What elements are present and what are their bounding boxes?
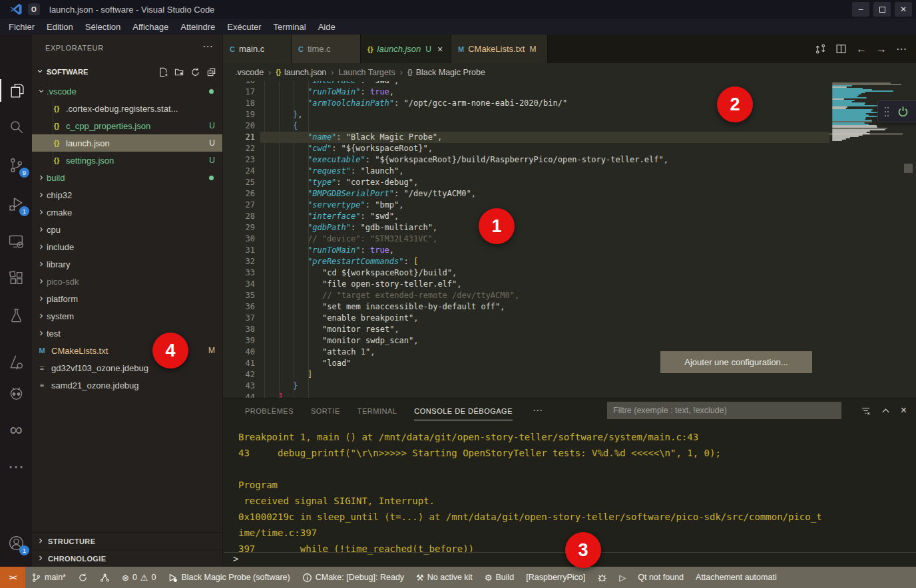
code-editor[interactable]: 16"interface": "swd",17"runToMain": true… <box>223 81 916 398</box>
new-folder-icon[interactable] <box>174 67 184 77</box>
statusbar-git-graph[interactable] <box>94 567 116 588</box>
statusbar-problems[interactable]: ⊗0⚠0 <box>116 567 162 588</box>
activity-more-views[interactable]: ⋯ <box>0 456 32 478</box>
tree-item-cmake[interactable]: cmake <box>32 204 223 221</box>
power-button[interactable] <box>894 103 912 120</box>
panel-tab-console-de-débogage[interactable]: CONSOLE DE DÉBOGAGE <box>414 401 513 420</box>
line-number: 43 <box>223 380 255 392</box>
tree-item-cmakelists-txt[interactable]: MCMakeLists.txtM <box>32 342 223 359</box>
code-line-35: 35// "target extended-remote /dev/ttyACM… <box>223 290 916 301</box>
statusbar-build[interactable]: ⚙Build <box>479 567 520 588</box>
tree-item-include[interactable]: include <box>32 238 223 255</box>
tree-item-chip32[interactable]: chip32 <box>32 186 223 204</box>
tree-item-test[interactable]: test <box>32 325 223 342</box>
breadcrumb-item[interactable]: {}launch.json <box>276 68 326 77</box>
code-text: "runToMain": true, <box>308 245 394 256</box>
breadcrumb-item[interactable]: Launch Targets <box>338 68 395 77</box>
activity-testing[interactable] <box>0 304 32 327</box>
tree-item-cpu[interactable]: cpu <box>32 221 223 238</box>
menu-aide[interactable]: Aide <box>312 21 342 33</box>
menu-atteindre[interactable]: Atteindre <box>174 21 221 33</box>
more-actions-icon[interactable]: ⋯ <box>896 43 907 55</box>
menu-affichage[interactable]: Affichage <box>126 21 174 33</box>
menu-edition[interactable]: Edition <box>41 21 79 33</box>
statusbar-launch-icon[interactable]: ▷ <box>613 567 632 588</box>
statusbar-auto-attach[interactable]: Attachement automati <box>690 567 783 588</box>
console-filter-input[interactable] <box>607 402 841 419</box>
minimize-button[interactable]: – <box>852 2 869 17</box>
minimap[interactable] <box>829 81 903 398</box>
tree-item--vscode[interactable]: .vscode <box>32 82 223 100</box>
maximize-button[interactable] <box>873 2 891 17</box>
refresh-icon[interactable] <box>190 67 200 77</box>
tree-item-launch-json[interactable]: {}launch.jsonU <box>32 134 223 152</box>
workspace-section-header[interactable]: SOFTWARE <box>32 64 223 80</box>
tree-item-library[interactable]: library <box>32 255 223 273</box>
collapse-folders-icon[interactable] <box>206 67 216 77</box>
statusbar-sync[interactable] <box>72 567 94 588</box>
activity-accounts[interactable]: 1 <box>0 531 32 554</box>
tree-item-gd32vf103-ozone-jdebug[interactable]: ≡gd32vf103_ozone.jdebug <box>32 359 223 376</box>
section-structure[interactable]: STRUCTURE <box>32 532 223 549</box>
menu-terminal[interactable]: Terminal <box>268 21 312 33</box>
filter-icon[interactable] <box>861 406 871 416</box>
tree-item-pico-sdk[interactable]: pico-sdk <box>32 273 223 290</box>
close-panel-icon[interactable]: × <box>901 404 907 416</box>
scrollbar-thumb[interactable] <box>904 164 913 173</box>
console-prompt[interactable]: > <box>233 553 238 564</box>
tree-item-platform[interactable]: platform <box>32 290 223 307</box>
activity-source-control[interactable]: 9 <box>0 154 32 176</box>
activity-vs-tools[interactable]: ∞ <box>0 418 32 441</box>
explorer-more-icon[interactable]: ⋯ <box>202 40 213 53</box>
activity-run-debug[interactable]: 1 <box>0 192 32 215</box>
remote-indicator[interactable]: >< <box>0 567 25 588</box>
tree-item-settings-json[interactable]: {}settings.jsonU <box>32 152 223 169</box>
activity-search[interactable] <box>0 115 32 138</box>
tree-item--cortex-debug-registers-stat-[interactable]: {}.cortex-debug.registers.stat... <box>32 100 223 117</box>
toolbar-drag-handle[interactable] <box>882 103 891 120</box>
panel-more-icon[interactable]: ⋯ <box>533 404 543 416</box>
panel-tab-problèmes[interactable]: PROBLÈMES <box>245 401 294 420</box>
new-file-icon[interactable] <box>158 67 168 77</box>
maximize-panel-icon[interactable] <box>881 406 891 416</box>
tab-CMakeLists-txt[interactable]: MCMakeLists.txtM <box>451 35 548 63</box>
statusbar-build-target[interactable]: [RaspberryPico] <box>520 567 591 588</box>
code-text: "BMPGDBSerialPort": "/dev/ttyACM0", <box>308 188 476 200</box>
statusbar-git-branch[interactable]: main* <box>25 567 72 588</box>
close-tab-icon[interactable]: × <box>437 44 443 55</box>
activity-remote-explorer[interactable] <box>0 229 32 252</box>
activity-explorer[interactable] <box>0 79 32 102</box>
activity-cmake[interactable] <box>0 351 32 373</box>
tab-main-c[interactable]: Cmain.c <box>223 35 292 63</box>
close-button[interactable]: ✕ <box>895 2 912 17</box>
panel-tab-terminal[interactable]: TERMINAL <box>357 401 397 420</box>
go-forward-icon[interactable]: → <box>876 43 887 55</box>
tree-item-c-cpp-properties-json[interactable]: {}c_cpp_properties.jsonU <box>32 117 223 134</box>
menu-exécuter[interactable]: Exécuter <box>221 21 267 33</box>
activity-platformio[interactable] <box>0 382 32 405</box>
statusbar-debug-icon[interactable] <box>591 567 613 588</box>
tab-launch-json[interactable]: {}launch.jsonU× <box>361 35 451 63</box>
tree-item-system[interactable]: system <box>32 307 223 325</box>
tree-item-build[interactable]: build <box>32 169 223 186</box>
section-chronologie[interactable]: CHRONOLOGIE <box>32 549 223 567</box>
panel-tab-sortie[interactable]: SORTIE <box>311 401 340 420</box>
tree-item-samd21-ozone-jdebug[interactable]: ≡samd21_ozone.jdebug <box>32 376 223 394</box>
breadcrumb[interactable]: .vscode›{}launch.json›Launch Targets›{}B… <box>223 63 916 81</box>
title-bar[interactable]: O launch.json - software - Visual Studio… <box>0 0 916 19</box>
tab-time-c[interactable]: Ctime.c <box>292 35 361 63</box>
statusbar-qt-status[interactable]: Qt not found <box>632 567 690 588</box>
statusbar-active-kit[interactable]: ⚒No active kit <box>410 567 479 588</box>
go-back-icon[interactable]: ← <box>856 43 867 55</box>
statusbar-debug-config[interactable]: Black Magic Probe (software) <box>162 567 296 588</box>
statusbar-cmake-status[interactable]: CMake: [Debug]: Ready <box>296 567 410 588</box>
open-changes-icon[interactable] <box>815 43 826 55</box>
breadcrumb-label: Black Magic Probe <box>416 68 485 77</box>
menu-sélection[interactable]: Sélection <box>79 21 126 33</box>
activity-extensions[interactable] <box>0 267 32 289</box>
breadcrumb-item[interactable]: {}Black Magic Probe <box>407 68 485 77</box>
add-configuration-button[interactable]: Ajouter une configuration... <box>660 351 812 373</box>
split-editor-icon[interactable] <box>835 43 847 55</box>
breadcrumb-item[interactable]: .vscode <box>235 68 264 77</box>
menu-fichier[interactable]: Fichier <box>3 21 41 33</box>
